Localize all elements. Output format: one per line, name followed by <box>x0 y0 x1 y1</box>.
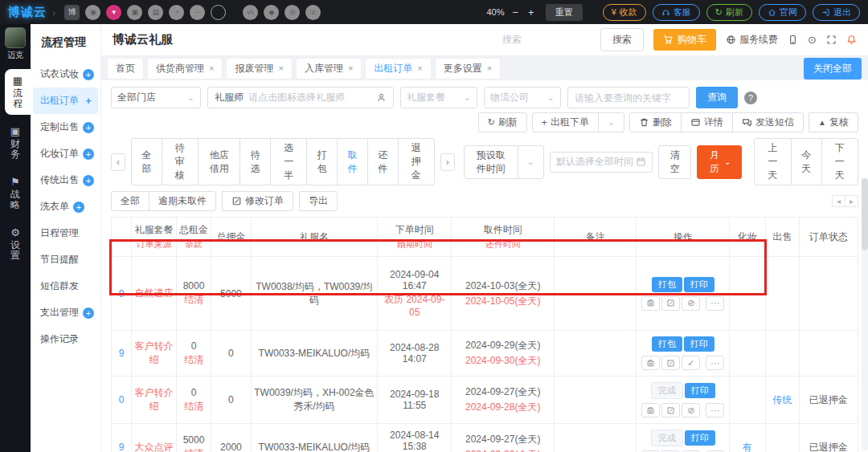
dress-app-icon[interactable]: ▾ <box>106 5 121 20</box>
store-select[interactable]: 全部门店⌄ <box>111 87 201 108</box>
package-select[interactable]: 礼服套餐⌄ <box>400 87 477 108</box>
print-ticket-icon[interactable] <box>641 356 660 370</box>
rail-item-设置[interactable]: ⚙设置 <box>0 221 31 267</box>
vertical-scrollbar[interactable] <box>862 178 868 450</box>
gallery-app-icon[interactable]: ▣ <box>127 5 142 20</box>
help-icon[interactable]: ? <box>744 92 757 104</box>
status-tab-选一半[interactable]: 选一半 <box>270 138 307 185</box>
rail-item-战略[interactable]: ⚑战略 <box>0 170 31 216</box>
zoom-out-button[interactable]: − <box>510 6 520 18</box>
status-tab-全部[interactable]: 全部 <box>131 138 162 185</box>
reset-button[interactable]: 重置 <box>546 4 583 21</box>
print-ticket-icon[interactable] <box>641 403 660 417</box>
more-actions-icon[interactable]: ⋯ <box>706 356 724 370</box>
op-完成-button[interactable]: 完成 <box>651 382 683 399</box>
next-page-icon[interactable]: ▸ <box>845 195 858 207</box>
plus-icon[interactable]: + <box>83 69 94 80</box>
status-tab-取件[interactable]: 取件 <box>337 138 368 185</box>
coins-app-icon[interactable]: ◔ <box>169 5 184 20</box>
sale-cell[interactable]: 传统 <box>765 377 799 424</box>
search-button[interactable]: 搜索 <box>600 28 644 51</box>
rail-item-流程[interactable]: ▦流程 <box>5 69 31 115</box>
op-打印-button[interactable]: 打印 <box>685 383 715 398</box>
close-icon[interactable]: × <box>278 63 283 73</box>
status-tab-还件[interactable]: 还件 <box>367 138 399 185</box>
close-all-button[interactable]: 关闭全部 <box>804 58 862 79</box>
客服-pill-button[interactable]: 客服 <box>653 4 700 21</box>
status-tab-打包[interactable]: 打包 <box>306 138 338 185</box>
order-id-cell[interactable]: 9 <box>112 424 132 452</box>
today-button[interactable]: 今天 <box>791 138 822 185</box>
global-search-input[interactable]: 搜索 <box>502 33 591 47</box>
status-tab-待审核[interactable]: 待审核 <box>162 138 199 185</box>
notification-bell-icon[interactable] <box>846 35 857 45</box>
logistics-select[interactable]: 物流公司⌄ <box>484 87 561 108</box>
plus-icon[interactable]: + <box>83 307 94 319</box>
status-tab-他店借用[interactable]: 他店借用 <box>198 138 241 185</box>
op-打包-button[interactable]: 打包 <box>652 277 682 292</box>
boyun-app-icon[interactable]: 博 <box>64 5 80 20</box>
hr-app-icon[interactable]: iA <box>243 5 258 20</box>
new-order-dropdown-button[interactable]: ⌄ <box>598 112 624 132</box>
phone-app-icon[interactable]: ☏ <box>305 5 321 20</box>
sidebar-item-传统出售[interactable]: 传统出售+ <box>31 167 100 193</box>
filter-all-button[interactable]: 全部 <box>111 191 149 211</box>
sidebar-item-支出管理[interactable]: 支出管理+ <box>31 299 100 326</box>
status-next-icon[interactable]: › <box>440 153 455 171</box>
sidebar-item-定制出售[interactable]: 定制出售+ <box>31 114 100 140</box>
stylist-filter[interactable]: 礼服师 请点击图标选择礼服师 <box>207 87 394 108</box>
new-rental-order-button[interactable]: +出租下单 <box>532 112 599 132</box>
sidebar-item-短信群发[interactable]: 短信群发 <box>31 273 100 299</box>
edit-order-icon[interactable] <box>661 356 680 370</box>
status-tab-待选[interactable]: 待选 <box>240 138 271 185</box>
user-avatar[interactable] <box>5 27 26 48</box>
mobile-icon[interactable] <box>788 35 798 45</box>
review-button[interactable]: ▲复核 <box>809 112 858 132</box>
print-ticket-icon[interactable] <box>641 296 660 311</box>
overdue-pickup-button[interactable]: 逾期未取件 <box>149 191 216 211</box>
order-id-cell[interactable]: 0 <box>112 377 132 424</box>
export-button[interactable]: 导出 <box>299 191 338 211</box>
clear-date-button[interactable]: 清空 <box>658 145 691 179</box>
order-id-cell[interactable]: 9 <box>112 257 132 331</box>
tab-供货商管理[interactable]: 供货商管理× <box>148 59 222 79</box>
sidebar-item-化妆订单[interactable]: 化妆订单+ <box>31 140 100 167</box>
edit-order-icon[interactable] <box>661 403 680 417</box>
ban-icon[interactable]: ⊘ <box>682 296 700 311</box>
prev-day-button[interactable]: 上一天 <box>754 138 791 185</box>
op-打印-button[interactable]: 打印 <box>684 277 714 292</box>
tab-首页[interactable]: 首页 <box>108 59 143 79</box>
plus-icon[interactable]: + <box>73 202 84 213</box>
tab-报废管理[interactable]: 报废管理× <box>227 59 291 79</box>
ring-app-icon[interactable] <box>211 5 226 20</box>
op-打印-button[interactable]: 打印 <box>684 336 714 352</box>
fullscreen-icon[interactable] <box>826 35 837 45</box>
send-sms-button[interactable]: 发送短信 <box>732 112 804 132</box>
官网-pill-button[interactable]: 官网 <box>759 4 806 21</box>
next-day-button[interactable]: 下一天 <box>821 138 858 185</box>
op-打包-button[interactable]: 打包 <box>652 336 682 352</box>
prev-page-icon[interactable]: ◂ <box>832 195 845 207</box>
date-range-input[interactable]: 默认选择全部时间 <box>550 152 653 173</box>
close-icon[interactable]: × <box>487 63 492 73</box>
plus-icon[interactable]: + <box>83 149 94 160</box>
tab-入库管理[interactable]: 入库管理× <box>297 59 361 79</box>
check-circle-icon[interactable]: ✓ <box>682 356 700 370</box>
swirl-app-icon[interactable]: ◉ <box>85 5 100 20</box>
more-app-icon[interactable]: ⋯ <box>190 5 205 20</box>
renew-service-link[interactable]: 服务续费 <box>726 33 778 47</box>
退出-pill-button[interactable]: 退出 <box>813 4 860 21</box>
plus-icon[interactable]: + <box>83 122 94 133</box>
more-actions-icon[interactable]: ⋯ <box>706 296 724 311</box>
gem-app-icon[interactable]: ◆ <box>264 5 279 20</box>
edit-order-icon[interactable] <box>661 296 680 311</box>
camera-app-icon[interactable]: ◎ <box>285 5 300 20</box>
sidebar-item-洗衣单[interactable]: 洗衣单+ <box>31 193 100 220</box>
op-打印-button[interactable]: 打印 <box>685 430 715 446</box>
preset-pickup-select[interactable]: 预设取件时间 <box>464 145 518 179</box>
sidebar-item-操作记录[interactable]: 操作记录 <box>31 326 100 352</box>
package-app-icon[interactable]: ▤ <box>148 5 163 20</box>
detail-button[interactable]: 详情 <box>681 112 733 132</box>
ban-icon[interactable]: ⊘ <box>682 403 700 417</box>
refresh-button[interactable]: ↻刷新 <box>478 112 527 132</box>
